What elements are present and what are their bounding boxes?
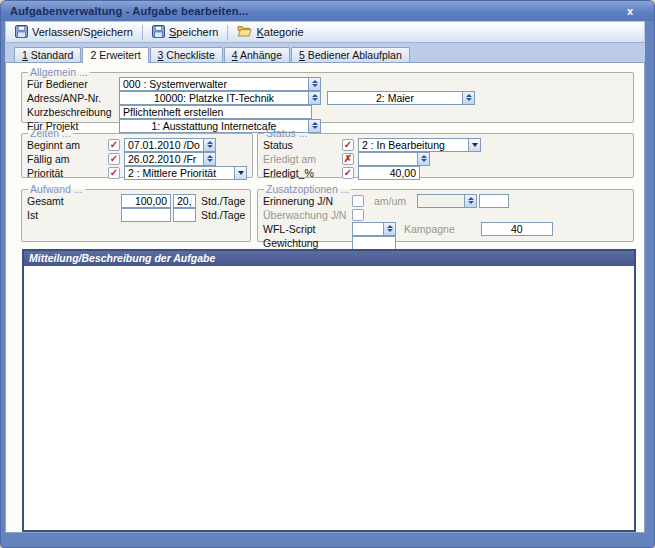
ist-tage-input[interactable] xyxy=(173,208,196,222)
gesamt-tage-input[interactable] xyxy=(173,194,196,208)
wfl-script-input[interactable] xyxy=(352,222,383,236)
button-label: Kategorie xyxy=(256,26,303,38)
save-icon xyxy=(15,25,28,40)
fuer-bediener-combo xyxy=(119,77,321,91)
erledigt-am-input[interactable] xyxy=(358,152,417,166)
erinnerung-label: Erinnerung J/N xyxy=(263,195,352,207)
am-um-label: am/um xyxy=(374,195,406,207)
gewichtung-label: Gewichtung xyxy=(263,237,352,249)
group-aufwand: Aufwand ... Gesamt Std./Tage Ist Std./Ta… xyxy=(21,184,251,242)
ueberwachung-checkbox[interactable] xyxy=(352,209,364,221)
tab-content-panel: Allgemein ... Für Bediener Adress/ANP-Nr… xyxy=(5,62,645,533)
dropdown-button[interactable] xyxy=(468,138,481,152)
mitteilung-header: Mitteilung/Beschreibung der Aufgabe xyxy=(24,251,634,266)
tab-checkliste[interactable]: 3 Checkliste xyxy=(150,47,223,62)
beginnt-am-active-checkbox[interactable]: ✓ xyxy=(108,139,120,151)
beginnt-am-label: Beginnt am xyxy=(27,139,108,151)
verlassen-speichern-button[interactable]: Verlassen/Speichern xyxy=(9,23,139,42)
tab-standard[interactable]: 1 Standard xyxy=(14,47,81,62)
status-input[interactable] xyxy=(358,138,468,152)
spinner-button[interactable] xyxy=(417,152,430,166)
group-status: Status ... Status ✓ Erledigt am ✗ xyxy=(257,128,634,178)
title-bar: Aufgabenverwaltung - Aufgabe bearbeiten.… xyxy=(1,1,654,21)
screen: Aufgabenverwaltung - Aufgabe bearbeiten.… xyxy=(0,0,655,548)
window-title: Aufgabenverwaltung - Aufgabe bearbeiten.… xyxy=(10,5,248,17)
toolbar-separator xyxy=(142,25,143,40)
group-aufwand-legend: Aufwand ... xyxy=(28,184,85,194)
ueberwachung-label: Überwachung J/N xyxy=(263,209,352,221)
gesamt-label: Gesamt xyxy=(27,195,121,207)
status-active-checkbox[interactable]: ✓ xyxy=(342,139,354,151)
spinner-button[interactable] xyxy=(203,152,216,166)
erledigt-am-label: Erledigt am xyxy=(263,153,342,165)
erinnerung-zusatz-input[interactable] xyxy=(479,194,509,208)
ist-label: Ist xyxy=(27,209,121,221)
toolbar-separator xyxy=(227,25,228,40)
group-allgemein-legend: Allgemein ... xyxy=(28,67,90,77)
spinner-button[interactable] xyxy=(308,91,321,105)
erledigt-am-active-checkbox[interactable]: ✗ xyxy=(342,153,354,165)
spinner-button[interactable] xyxy=(383,222,396,236)
tab-anhaenge[interactable]: 4 Anhänge xyxy=(224,47,290,62)
button-label: Speichern xyxy=(169,26,219,38)
window-client-area: Verlassen/Speichern Speichern Kategorie xyxy=(5,21,645,533)
speichern-button[interactable]: Speichern xyxy=(146,23,225,42)
group-zeiten-legend: Zeiten ... xyxy=(28,128,73,138)
adress-anp-input[interactable] xyxy=(119,91,308,105)
erledigt-prozent-label: Erledigt_% xyxy=(263,167,342,179)
mitteilung-box: Mitteilung/Beschreibung der Aufgabe xyxy=(22,249,636,532)
spinner-button[interactable] xyxy=(464,194,477,208)
prioritaet-input[interactable] xyxy=(124,166,234,180)
spinner-button[interactable] xyxy=(203,138,216,152)
kategorie-button[interactable]: Kategorie xyxy=(231,23,309,41)
kurzbeschreibung-input[interactable] xyxy=(119,105,312,119)
gewichtung-input[interactable] xyxy=(352,236,396,250)
save-icon xyxy=(152,25,165,40)
toolbar: Verlassen/Speichern Speichern Kategorie xyxy=(5,21,645,43)
tab-bediener-ablaufplan[interactable]: 5 Bediener Ablaufplan xyxy=(291,47,410,62)
erledigt-am-date xyxy=(358,152,430,166)
fuer-bediener-input[interactable] xyxy=(119,77,308,91)
ist-unit-label: Std./Tage xyxy=(201,209,245,221)
erinnerung-zeit-input[interactable] xyxy=(417,194,464,208)
beginnt-am-input[interactable] xyxy=(124,138,203,152)
adress-anp-combo xyxy=(119,91,321,105)
wfl-script-combo xyxy=(352,222,396,236)
status-combo xyxy=(358,138,481,152)
erledigt-prozent-input[interactable] xyxy=(358,166,420,180)
adress-anp-label: Adress/ANP-Nr. xyxy=(27,92,119,104)
faellig-am-active-checkbox[interactable]: ✓ xyxy=(108,153,120,165)
faellig-am-label: Fällig am xyxy=(27,153,108,165)
gesamt-stunden-input[interactable] xyxy=(121,194,171,208)
mitteilung-textarea[interactable] xyxy=(24,266,634,530)
kurzbeschreibung-label: Kurzbeschreibung xyxy=(27,106,119,118)
ansprechpartner-combo xyxy=(327,91,475,105)
button-label: Verlassen/Speichern xyxy=(32,26,133,38)
ist-stunden-input[interactable] xyxy=(121,208,171,222)
faellig-am-date xyxy=(124,152,216,166)
prioritaet-combo xyxy=(124,166,247,180)
wfl-script-label: WFL-Script xyxy=(263,223,352,235)
spinner-button[interactable] xyxy=(462,91,475,105)
kampagne-input[interactable] xyxy=(481,222,553,236)
app-window: Aufgabenverwaltung - Aufgabe bearbeiten.… xyxy=(0,0,655,548)
status-label: Status xyxy=(263,139,342,151)
group-allgemein: Allgemein ... Für Bediener Adress/ANP-Nr… xyxy=(21,67,634,123)
group-zusatzoptionen: Zusatzoptionen ... Erinnerung J/N am/um … xyxy=(257,184,634,242)
group-status-legend: Status ... xyxy=(264,128,309,138)
erledigt-prozent-active-checkbox[interactable]: ✓ xyxy=(342,167,354,179)
prioritaet-active-checkbox[interactable]: ✓ xyxy=(108,167,120,179)
faellig-am-input[interactable] xyxy=(124,152,203,166)
prioritaet-label: Priorität xyxy=(27,167,108,179)
ansprechpartner-input[interactable] xyxy=(327,91,462,105)
group-zusatzoptionen-legend: Zusatzoptionen ... xyxy=(264,184,351,194)
spinner-button[interactable] xyxy=(308,77,321,91)
fuer-bediener-label: Für Bediener xyxy=(27,78,119,90)
group-zeiten: Zeiten ... Beginnt am ✓ Fällig am ✓ xyxy=(21,128,253,178)
folder-icon xyxy=(237,25,252,39)
gesamt-unit-label: Std./Tage xyxy=(201,195,245,207)
dropdown-button[interactable] xyxy=(234,166,247,180)
tab-erweitert[interactable]: 2 Erweitert xyxy=(82,47,148,63)
close-button[interactable]: x xyxy=(624,5,636,17)
erinnerung-checkbox[interactable] xyxy=(352,195,364,207)
